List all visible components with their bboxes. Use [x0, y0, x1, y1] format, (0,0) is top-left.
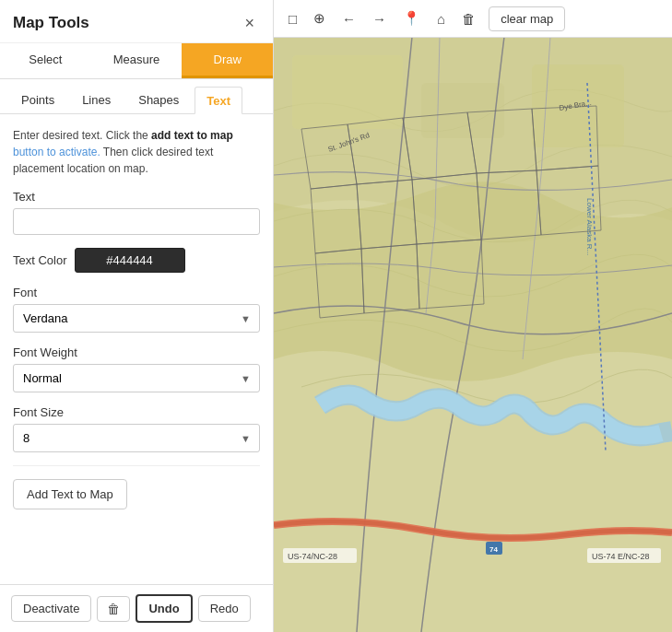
svg-text:US-74 E/NC-28: US-74 E/NC-28 [592, 552, 650, 561]
panel-title: Map Tools [13, 14, 89, 32]
deactivate-button[interactable]: Deactivate [11, 595, 91, 622]
bottom-toolbar: Deactivate 🗑 Undo Redo [0, 584, 273, 632]
font-size-select[interactable]: 8 10 12 14 16 18 24 36 [13, 424, 260, 452]
delete-icon: 🗑 [107, 602, 120, 616]
text-input[interactable] [13, 208, 260, 235]
panel-body: Enter desired text. Click the add text t… [0, 114, 273, 584]
tab-measure[interactable]: Measure [91, 43, 183, 78]
map-tool-crosshair[interactable]: ⊕ [306, 6, 333, 31]
sub-tab-lines[interactable]: Lines [70, 87, 123, 113]
tab-draw[interactable]: Draw [182, 43, 273, 78]
add-text-button[interactable]: Add Text to Map [13, 479, 127, 509]
svg-text:US-74/NC-28: US-74/NC-28 [288, 552, 337, 561]
map-tool-pin[interactable]: 📍 [395, 6, 428, 31]
sub-tab-text[interactable]: Text [195, 87, 242, 114]
font-label: Font [13, 286, 260, 299]
map-tool-forward[interactable]: → [365, 6, 394, 31]
font-size-label: Font Size [13, 405, 260, 419]
instructions: Enter desired text. Click the add text t… [13, 127, 260, 177]
map-toolbar: □ ⊕ ← → 📍 ⌂ 🗑 clear map [274, 0, 672, 38]
delete-button[interactable]: 🗑 [97, 596, 130, 622]
svg-text:Lower Alaska R...: Lower Alaska R... [585, 198, 594, 255]
map-tool-delete[interactable]: 🗑 [454, 6, 483, 31]
svg-rect-2 [421, 83, 504, 138]
map-background: US-74/NC-28 US-74 E/NC-28 74 St. John's … [274, 37, 672, 632]
main-tabs: Select Measure Draw [0, 43, 273, 79]
instruction-highlight: add text to map [151, 129, 233, 142]
font-select-wrapper: Verdana Arial Times New Roman Courier Ne… [13, 304, 260, 333]
map-tool-rectangle[interactable]: □ [281, 6, 304, 31]
font-weight-select[interactable]: Normal Bold Italic Bold Italic [13, 364, 260, 392]
font-form-group: Font Verdana Arial Times New Roman Couri… [13, 286, 260, 333]
tab-select[interactable]: Select [0, 43, 91, 78]
map-tool-back[interactable]: ← [335, 6, 363, 31]
left-panel: Map Tools × Select Measure Draw Points L… [0, 0, 274, 632]
undo-button[interactable]: Undo [136, 594, 192, 623]
topo-map-svg: US-74/NC-28 US-74 E/NC-28 74 St. John's … [274, 37, 672, 632]
font-weight-form-group: Font Weight Normal Bold Italic Bold Ital… [13, 345, 260, 392]
instruction-text-2: button to activate. [13, 146, 103, 158]
font-weight-select-wrapper: Normal Bold Italic Bold Italic ▼ [13, 364, 260, 392]
text-label: Text [13, 190, 260, 204]
sub-tab-shapes[interactable]: Shapes [126, 87, 191, 113]
sub-tab-points[interactable]: Points [9, 87, 66, 113]
font-size-select-wrapper: 8 10 12 14 16 18 24 36 ▼ [13, 424, 260, 452]
text-color-swatch[interactable]: #444444 [75, 248, 185, 273]
text-color-label: Text Color [13, 253, 67, 267]
redo-button[interactable]: Redo [198, 595, 251, 622]
svg-rect-1 [292, 55, 403, 129]
panel-header: Map Tools × [0, 0, 273, 43]
font-weight-label: Font Weight [13, 345, 260, 359]
divider [13, 465, 260, 466]
font-size-form-group: Font Size 8 10 12 14 16 18 24 36 ▼ [13, 405, 260, 452]
close-button[interactable]: × [239, 13, 260, 33]
instruction-text-1: Enter desired text. Click the [13, 129, 151, 142]
sub-tabs: Points Lines Shapes Text [0, 79, 273, 114]
font-select[interactable]: Verdana Arial Times New Roman Courier Ne… [13, 304, 260, 333]
map-tool-home[interactable]: ⌂ [430, 6, 453, 31]
text-form-group: Text [13, 190, 260, 235]
clear-map-button[interactable]: clear map [489, 6, 565, 31]
text-color-row: Text Color #444444 [13, 248, 260, 273]
map-area: □ ⊕ ← → 📍 ⌂ 🗑 clear map [274, 0, 672, 632]
svg-text:74: 74 [489, 545, 498, 554]
